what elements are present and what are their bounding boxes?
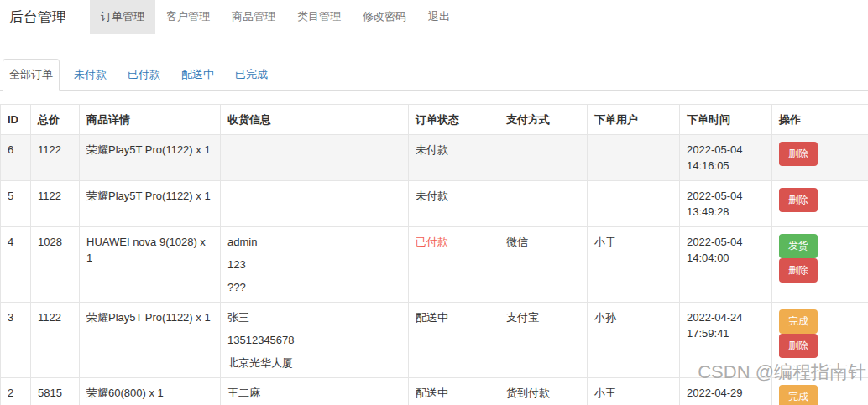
col-header-shipping: 收货信息	[221, 105, 409, 135]
top-navbar: 后台管理 订单管理客户管理商品管理类目管理修改密码退出	[0, 0, 868, 34]
status-text-unpaid: 未付款	[416, 143, 448, 156]
cell-shipping	[221, 135, 409, 181]
cell-actions: 完成删除	[772, 378, 868, 405]
cell-status: 未付款	[409, 181, 499, 227]
order-row: 51122荣耀Play5T Pro(1122) x 1未付款2022-05-04…	[1, 181, 868, 227]
col-header-time: 下单时间	[680, 105, 772, 135]
col-header-product: 商品详情	[80, 105, 221, 135]
status-text-paid: 已付款	[416, 236, 448, 248]
delete-button[interactable]: 删除	[779, 188, 818, 212]
shipping-info-line: 张三	[227, 309, 401, 325]
cell-user	[588, 135, 680, 181]
order-row: 31122荣耀Play5T Pro(1122) x 1张三13512345678…	[1, 303, 868, 378]
cell-total: 1122	[31, 303, 80, 378]
cell-product: 荣耀60(800) x 1	[80, 378, 221, 405]
nav-item-customer-management[interactable]: 客户管理	[155, 0, 221, 34]
ship-button[interactable]: 发货	[779, 234, 818, 258]
cell-id: 2	[1, 378, 31, 405]
complete-button[interactable]: 完成	[779, 385, 818, 405]
tab-unpaid[interactable]: 未付款	[67, 59, 113, 91]
cell-actions: 发货删除	[772, 227, 868, 303]
cell-actions: 完成删除	[772, 303, 868, 378]
shipping-info-line: 123	[227, 257, 401, 273]
cell-id: 4	[1, 227, 31, 303]
cell-product: 荣耀Play5T Pro(1122) x 1	[80, 135, 221, 181]
nav-item-category-management[interactable]: 类目管理	[286, 0, 352, 34]
cell-id: 6	[1, 135, 31, 181]
cell-user	[588, 181, 680, 227]
col-header-id: ID	[1, 105, 31, 135]
nav-item-change-password[interactable]: 修改密码	[352, 0, 417, 34]
order-row: 41028HUAWEI nova 9(1028) x 1admin123???已…	[1, 227, 868, 303]
cell-product: 荣耀Play5T Pro(1122) x 1	[80, 303, 221, 378]
col-header-user: 下单用户	[588, 105, 680, 135]
order-row: 25815荣耀60(800) x 1王二麻配送中货到付款小王2022-04-29…	[1, 378, 868, 405]
cell-product: 荣耀Play5T Pro(1122) x 1	[80, 181, 221, 227]
cell-time: 2022-05-04 14:04:00	[680, 227, 772, 303]
orders-table: ID总价商品详情收货信息订单状态支付方式下单用户下单时间操作 61122荣耀Pl…	[0, 104, 868, 405]
table-body: 61122荣耀Play5T Pro(1122) x 1未付款2022-05-04…	[1, 135, 868, 405]
status-text-shipping: 配送中	[416, 311, 448, 324]
cell-shipping	[221, 181, 409, 227]
cell-time: 2022-04-29	[680, 378, 772, 405]
cell-actions: 删除	[772, 135, 868, 181]
delete-button[interactable]: 删除	[779, 334, 818, 358]
order-status-tabs: 全部订单未付款已付款配送中已完成	[0, 59, 868, 91]
cell-user: 小于	[588, 227, 680, 303]
delete-button[interactable]: 删除	[779, 258, 818, 283]
cell-status: 配送中	[409, 378, 499, 405]
nav-item-logout[interactable]: 退出	[417, 0, 461, 34]
nav-item-product-management[interactable]: 商品管理	[221, 0, 286, 34]
col-header-actions: 操作	[772, 105, 868, 135]
cell-time: 2022-05-04 13:49:28	[680, 181, 772, 227]
order-row: 61122荣耀Play5T Pro(1122) x 1未付款2022-05-04…	[1, 135, 868, 181]
table-header-row: ID总价商品详情收货信息订单状态支付方式下单用户下单时间操作	[1, 105, 868, 135]
cell-total: 1122	[31, 135, 80, 181]
cell-payment	[499, 135, 588, 181]
cell-status: 已付款	[409, 227, 499, 303]
shipping-info-line: 13512345678	[227, 332, 401, 348]
shipping-info-line: 王二麻	[227, 385, 401, 401]
complete-button[interactable]: 完成	[779, 309, 818, 334]
cell-status: 配送中	[409, 303, 499, 378]
shipping-info-line: ???	[227, 279, 401, 295]
cell-user: 小王	[588, 378, 680, 405]
cell-payment	[499, 181, 588, 227]
cell-time: 2022-05-04 14:16:05	[680, 135, 772, 181]
cell-total: 1028	[31, 227, 80, 303]
cell-total: 1122	[31, 181, 80, 227]
nav-item-order-management[interactable]: 订单管理	[90, 0, 155, 34]
status-text-shipping: 配送中	[416, 387, 448, 399]
shipping-info-line: admin	[227, 234, 401, 250]
cell-payment: 货到付款	[499, 378, 588, 405]
col-header-total: 总价	[31, 105, 80, 135]
cell-shipping: 张三13512345678北京光华大厦	[221, 303, 409, 378]
cell-product: HUAWEI nova 9(1028) x 1	[80, 227, 221, 303]
tab-paid[interactable]: 已付款	[121, 59, 167, 91]
cell-status: 未付款	[409, 135, 499, 181]
navbar-menu: 订单管理客户管理商品管理类目管理修改密码退出	[90, 0, 461, 34]
tab-completed[interactable]: 已完成	[228, 59, 275, 91]
shipping-info-line: 北京光华大厦	[227, 355, 401, 371]
status-text-unpaid: 未付款	[416, 190, 448, 202]
cell-user: 小孙	[588, 303, 680, 378]
brand-title[interactable]: 后台管理	[0, 0, 78, 34]
tab-shipping[interactable]: 配送中	[175, 59, 221, 91]
cell-id: 5	[1, 181, 31, 227]
cell-time: 2022-04-24 17:59:41	[680, 303, 772, 378]
cell-id: 3	[1, 303, 31, 378]
cell-payment: 微信	[499, 227, 588, 303]
cell-total: 5815	[31, 378, 80, 405]
delete-button[interactable]: 删除	[779, 142, 818, 166]
cell-shipping: 王二麻	[221, 378, 409, 405]
cell-shipping: admin123???	[221, 227, 409, 303]
col-header-payment: 支付方式	[499, 105, 588, 135]
tab-all-orders[interactable]: 全部订单	[3, 59, 60, 91]
cell-payment: 支付宝	[499, 303, 588, 378]
col-header-status: 订单状态	[409, 105, 499, 135]
cell-actions: 删除	[772, 181, 868, 227]
